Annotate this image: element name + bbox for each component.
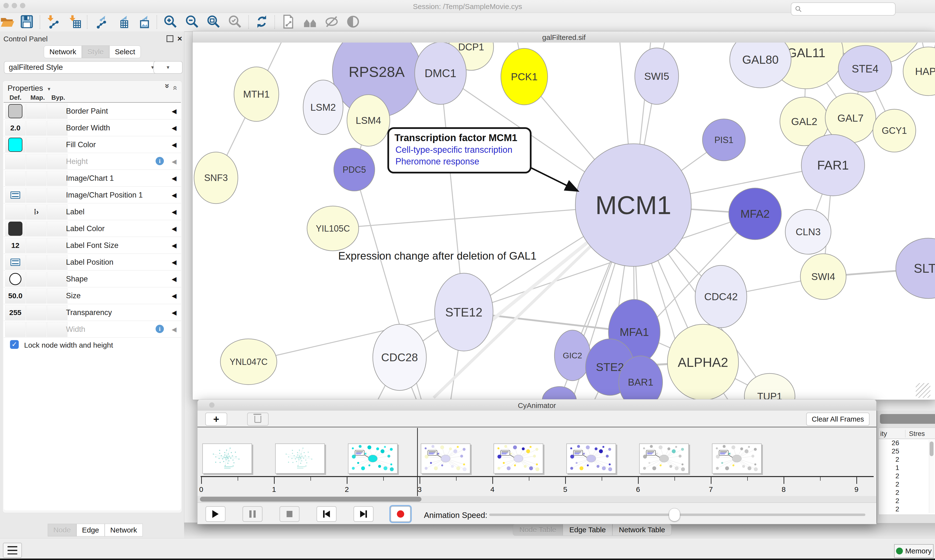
zoom-out-button[interactable] xyxy=(184,14,200,30)
default-value[interactable]: 255 xyxy=(9,308,22,317)
table-cell-centrality[interactable]: 2 xyxy=(879,472,935,480)
property-row-label-position[interactable]: Label Position◀ xyxy=(4,254,181,271)
mapping-cell[interactable] xyxy=(26,255,46,270)
table-scrollbar[interactable] xyxy=(929,440,935,513)
property-row-shape[interactable]: Shape◀ xyxy=(4,271,181,287)
default-cell[interactable] xyxy=(5,271,26,286)
bypass-cell[interactable] xyxy=(47,288,68,303)
property-row-border-width[interactable]: 2.0Border Width◀ xyxy=(4,120,181,136)
tab-edge-table[interactable]: Edge Table xyxy=(563,524,613,536)
table-cell-centrality[interactable]: 26 xyxy=(879,439,935,448)
bypass-cell[interactable] xyxy=(47,137,68,152)
bypass-cell[interactable] xyxy=(47,104,68,119)
network-node-HAP2[interactable]: HAP2 xyxy=(903,47,935,95)
record-button[interactable] xyxy=(390,506,410,522)
network-node-PIS1[interactable]: PIS1 xyxy=(702,119,745,161)
bypass-cell[interactable] xyxy=(47,120,68,135)
network-node-GCY1[interactable]: GCY1 xyxy=(873,109,916,152)
mapping-cell[interactable] xyxy=(26,322,46,337)
apply-layout-button[interactable] xyxy=(254,14,270,30)
network-node-YNL047C[interactable]: YNL047C xyxy=(221,339,277,385)
property-row-width[interactable]: Widthi◀ xyxy=(4,321,181,338)
float-panel-icon[interactable] xyxy=(167,35,173,42)
default-cell[interactable] xyxy=(5,322,26,337)
default-cell[interactable] xyxy=(5,104,26,119)
table-cell-centrality[interactable]: 2 xyxy=(879,455,935,464)
search-input[interactable] xyxy=(802,5,891,13)
network-node-DMC1[interactable]: DMC1 xyxy=(415,43,466,105)
frame-thumbnail-3[interactable] xyxy=(348,443,398,474)
network-node-MCM1[interactable]: MCM1 xyxy=(576,144,691,266)
mapping-cell[interactable] xyxy=(26,154,46,169)
collapse-arrow-icon[interactable]: ◀ xyxy=(172,326,176,333)
frame-thumbnail-6[interactable] xyxy=(566,443,616,474)
info-icon[interactable]: i xyxy=(156,157,164,165)
collapse-arrow-icon[interactable]: ◀ xyxy=(172,258,176,266)
network-canvas[interactable]: RPS28BDCP1GAL11GAL80STE4HAP2RPS28ADMC1PC… xyxy=(193,43,935,400)
table-cell-centrality[interactable]: 2 xyxy=(879,505,935,514)
network-node-SLT2[interactable]: SLT2 xyxy=(896,238,935,298)
export-table-button[interactable] xyxy=(114,14,130,30)
network-node-LSM4[interactable]: LSM4 xyxy=(347,95,390,146)
hide-panel-button[interactable] xyxy=(324,14,339,30)
table-scrollbar-thumb[interactable] xyxy=(930,442,933,456)
overview-button[interactable] xyxy=(302,14,318,30)
zoom-selected-button[interactable] xyxy=(227,14,243,30)
close-panel-icon[interactable]: × xyxy=(177,34,182,43)
network-node-GIC2[interactable]: GIC2 xyxy=(554,330,591,381)
skip-to-start-button[interactable] xyxy=(316,506,336,522)
collapse-arrow-icon[interactable]: ◀ xyxy=(172,275,176,283)
tab-edge[interactable]: Edge xyxy=(76,524,105,536)
network-node-NODEP[interactable] xyxy=(542,386,576,400)
collapse-arrow-icon[interactable]: ◀ xyxy=(172,141,176,149)
frame-thumbnail-1[interactable] xyxy=(202,443,252,474)
network-node-SNF3[interactable]: SNF3 xyxy=(194,152,238,204)
table-cell-centrality[interactable]: 2 xyxy=(879,497,935,505)
resize-grip[interactable] xyxy=(916,383,930,398)
network-doc-button[interactable] xyxy=(280,14,296,30)
property-row-label[interactable]: ⁞›Label◀ xyxy=(4,203,181,220)
add-frame-button[interactable]: + xyxy=(205,412,227,426)
import-table-button[interactable] xyxy=(67,14,82,30)
default-cell[interactable]: 255 xyxy=(5,305,26,320)
property-row-label-font-size[interactable]: 12Label Font Size◀ xyxy=(4,237,181,254)
tab-node-table[interactable]: Node Table xyxy=(513,524,563,536)
color-swatch[interactable] xyxy=(8,104,22,118)
property-row-fill-color[interactable]: Fill Color◀ xyxy=(4,136,181,153)
default-cell[interactable] xyxy=(5,255,26,270)
export-image-button[interactable] xyxy=(135,14,150,30)
mapping-cell[interactable]: ⁞› xyxy=(26,205,46,219)
network-node-LSM2[interactable]: LSM2 xyxy=(303,80,343,134)
collapse-arrow-icon[interactable]: ◀ xyxy=(172,191,176,199)
import-network-button[interactable] xyxy=(45,14,60,30)
bypass-cell[interactable] xyxy=(47,188,68,203)
collapse-arrow-icon[interactable]: ◀ xyxy=(172,175,176,182)
network-node-PDC5[interactable]: PDC5 xyxy=(334,148,375,191)
bypass-cell[interactable] xyxy=(47,255,68,270)
animation-speed-slider-thumb[interactable] xyxy=(669,508,680,521)
default-cell[interactable]: 12 xyxy=(5,238,26,253)
clear-all-frames-button[interactable]: Clear All Frames xyxy=(806,412,870,426)
default-value[interactable]: 12 xyxy=(11,241,19,249)
stop-button[interactable] xyxy=(279,506,299,522)
delete-frame-button[interactable] xyxy=(247,412,268,426)
collapse-arrow-icon[interactable]: ◀ xyxy=(172,124,176,132)
bypass-cell[interactable] xyxy=(47,221,68,236)
timeline-scrollbar[interactable] xyxy=(197,496,876,502)
property-row-size[interactable]: 50.0Size◀ xyxy=(4,287,181,304)
network-edge[interactable] xyxy=(248,312,464,362)
frame-thumbnail-5[interactable] xyxy=(494,443,543,474)
property-row-border-paint[interactable]: Border Paint◀ xyxy=(4,103,181,120)
bypass-cell[interactable] xyxy=(47,305,68,320)
color-swatch[interactable] xyxy=(8,138,22,152)
tab-network[interactable]: Network xyxy=(105,524,143,536)
collapse-arrow-icon[interactable]: ◀ xyxy=(172,242,176,249)
cyanimator-titlebar[interactable]: CyAnimator xyxy=(197,400,876,411)
default-cell[interactable]: 50.0 xyxy=(5,288,26,303)
frame-thumbnail-2[interactable] xyxy=(275,443,325,474)
zoom-fit-button[interactable] xyxy=(206,14,221,30)
mapping-cell[interactable] xyxy=(26,120,46,135)
tab-network-table[interactable]: Network Table xyxy=(613,524,672,536)
frame-thumbnail-4[interactable] xyxy=(421,443,471,474)
collapse-arrow-icon[interactable]: ◀ xyxy=(172,208,176,216)
